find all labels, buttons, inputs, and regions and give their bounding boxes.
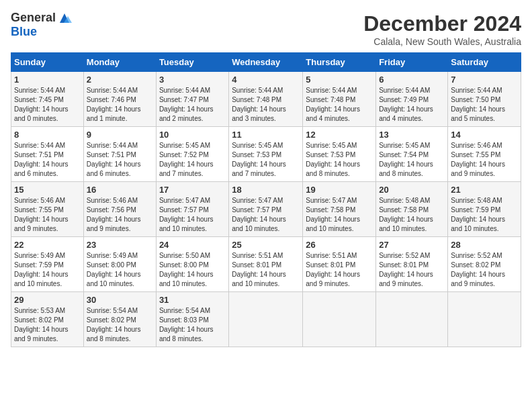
day-number: 2 (87, 75, 153, 85)
col-header-sunday: Sunday (11, 53, 84, 72)
day-info: Sunrise: 5:45 AMSunset: 7:53 PMDaylight:… (232, 142, 286, 177)
day-info: Sunrise: 5:48 AMSunset: 7:58 PMDaylight:… (379, 197, 433, 232)
day-number: 23 (87, 240, 153, 250)
day-number: 9 (87, 130, 153, 140)
day-number: 28 (451, 240, 518, 250)
day-info: Sunrise: 5:47 AMSunset: 7:57 PMDaylight:… (159, 197, 214, 232)
table-row: 14Sunrise: 5:46 AMSunset: 7:55 PMDayligh… (448, 127, 521, 182)
table-row (303, 292, 376, 347)
day-number: 22 (14, 240, 81, 250)
table-row: 22Sunrise: 5:49 AMSunset: 7:59 PMDayligh… (11, 237, 84, 292)
col-header-friday: Friday (376, 53, 448, 72)
day-number: 15 (14, 185, 81, 195)
table-row: 4Sunrise: 5:44 AMSunset: 7:48 PMDaylight… (229, 72, 303, 127)
day-info: Sunrise: 5:46 AMSunset: 7:55 PMDaylight:… (14, 197, 69, 232)
day-info: Sunrise: 5:44 AMSunset: 7:51 PMDaylight:… (87, 142, 141, 177)
table-row: 3Sunrise: 5:44 AMSunset: 7:47 PMDaylight… (156, 72, 228, 127)
table-row: 28Sunrise: 5:52 AMSunset: 8:02 PMDayligh… (448, 237, 521, 292)
day-info: Sunrise: 5:44 AMSunset: 7:45 PMDaylight:… (14, 87, 69, 122)
table-row: 11Sunrise: 5:45 AMSunset: 7:53 PMDayligh… (229, 127, 303, 182)
day-number: 26 (306, 240, 373, 250)
day-info: Sunrise: 5:45 AMSunset: 7:53 PMDaylight:… (306, 142, 360, 177)
day-info: Sunrise: 5:47 AMSunset: 7:58 PMDaylight:… (306, 197, 360, 232)
day-number: 7 (451, 75, 518, 85)
table-row: 27Sunrise: 5:52 AMSunset: 8:01 PMDayligh… (376, 237, 448, 292)
table-row: 15Sunrise: 5:46 AMSunset: 7:55 PMDayligh… (11, 182, 84, 237)
table-row: 10Sunrise: 5:45 AMSunset: 7:52 PMDayligh… (156, 127, 228, 182)
day-info: Sunrise: 5:45 AMSunset: 7:52 PMDaylight:… (159, 142, 214, 177)
calendar-table: SundayMondayTuesdayWednesdayThursdayFrid… (11, 52, 521, 347)
day-number: 8 (14, 130, 81, 140)
day-info: Sunrise: 5:53 AMSunset: 8:02 PMDaylight:… (14, 307, 69, 342)
main-title: December 2024 (363, 11, 521, 36)
day-info: Sunrise: 5:52 AMSunset: 8:02 PMDaylight:… (451, 252, 505, 287)
table-row: 29Sunrise: 5:53 AMSunset: 8:02 PMDayligh… (11, 292, 84, 347)
col-header-thursday: Thursday (303, 53, 376, 72)
table-row (376, 292, 448, 347)
table-row: 30Sunrise: 5:54 AMSunset: 8:02 PMDayligh… (83, 292, 156, 347)
day-info: Sunrise: 5:49 AMSunset: 7:59 PMDaylight:… (14, 252, 69, 287)
table-row: 23Sunrise: 5:49 AMSunset: 8:00 PMDayligh… (83, 237, 156, 292)
day-info: Sunrise: 5:52 AMSunset: 8:01 PMDaylight:… (379, 252, 433, 287)
day-number: 20 (379, 185, 445, 195)
table-row: 24Sunrise: 5:50 AMSunset: 8:00 PMDayligh… (156, 237, 228, 292)
logo-blue: Blue (11, 26, 72, 39)
day-number: 21 (451, 185, 518, 195)
table-row: 7Sunrise: 5:44 AMSunset: 7:50 PMDaylight… (448, 72, 521, 127)
table-row: 21Sunrise: 5:48 AMSunset: 7:59 PMDayligh… (448, 182, 521, 237)
day-info: Sunrise: 5:44 AMSunset: 7:47 PMDaylight:… (159, 87, 214, 122)
day-info: Sunrise: 5:46 AMSunset: 7:55 PMDaylight:… (451, 142, 505, 177)
day-number: 30 (87, 295, 153, 305)
day-number: 1 (14, 75, 81, 85)
day-number: 29 (14, 295, 81, 305)
day-number: 3 (159, 75, 226, 85)
table-row: 5Sunrise: 5:44 AMSunset: 7:48 PMDaylight… (303, 72, 376, 127)
table-row (448, 292, 521, 347)
day-number: 31 (159, 295, 226, 305)
day-info: Sunrise: 5:47 AMSunset: 7:57 PMDaylight:… (232, 197, 286, 232)
day-number: 25 (232, 240, 300, 250)
table-row: 25Sunrise: 5:51 AMSunset: 8:01 PMDayligh… (229, 237, 303, 292)
day-number: 14 (451, 130, 518, 140)
logo-general: General (11, 11, 56, 25)
col-header-saturday: Saturday (448, 53, 521, 72)
day-info: Sunrise: 5:54 AMSunset: 8:02 PMDaylight:… (87, 307, 141, 342)
day-number: 5 (306, 75, 373, 85)
day-number: 16 (87, 185, 153, 195)
table-row: 6Sunrise: 5:44 AMSunset: 7:49 PMDaylight… (376, 72, 448, 127)
day-info: Sunrise: 5:48 AMSunset: 7:59 PMDaylight:… (451, 197, 505, 232)
col-header-tuesday: Tuesday (156, 53, 228, 72)
table-row: 9Sunrise: 5:44 AMSunset: 7:51 PMDaylight… (83, 127, 156, 182)
table-row: 1Sunrise: 5:44 AMSunset: 7:45 PMDaylight… (11, 72, 84, 127)
day-info: Sunrise: 5:44 AMSunset: 7:48 PMDaylight:… (306, 87, 360, 122)
logo-icon (57, 11, 72, 26)
day-number: 11 (232, 130, 300, 140)
day-info: Sunrise: 5:54 AMSunset: 8:03 PMDaylight:… (159, 307, 214, 342)
table-row: 19Sunrise: 5:47 AMSunset: 7:58 PMDayligh… (303, 182, 376, 237)
table-row: 17Sunrise: 5:47 AMSunset: 7:57 PMDayligh… (156, 182, 228, 237)
logo: General Blue (11, 11, 72, 39)
col-header-monday: Monday (83, 53, 156, 72)
table-row (229, 292, 303, 347)
day-number: 12 (306, 130, 373, 140)
day-number: 6 (379, 75, 445, 85)
day-info: Sunrise: 5:45 AMSunset: 7:54 PMDaylight:… (379, 142, 433, 177)
table-row: 16Sunrise: 5:46 AMSunset: 7:56 PMDayligh… (83, 182, 156, 237)
table-row: 20Sunrise: 5:48 AMSunset: 7:58 PMDayligh… (376, 182, 448, 237)
page-header: General Blue December 2024 Calala, New S… (11, 11, 521, 47)
subtitle: Calala, New South Wales, Australia (363, 36, 521, 47)
table-row: 2Sunrise: 5:44 AMSunset: 7:46 PMDaylight… (83, 72, 156, 127)
day-number: 27 (379, 240, 445, 250)
day-info: Sunrise: 5:44 AMSunset: 7:50 PMDaylight:… (451, 87, 505, 122)
day-info: Sunrise: 5:49 AMSunset: 8:00 PMDaylight:… (87, 252, 141, 287)
table-row: 31Sunrise: 5:54 AMSunset: 8:03 PMDayligh… (156, 292, 228, 347)
table-row: 13Sunrise: 5:45 AMSunset: 7:54 PMDayligh… (376, 127, 448, 182)
table-row: 8Sunrise: 5:44 AMSunset: 7:51 PMDaylight… (11, 127, 84, 182)
day-info: Sunrise: 5:51 AMSunset: 8:01 PMDaylight:… (306, 252, 360, 287)
day-number: 17 (159, 185, 226, 195)
day-info: Sunrise: 5:44 AMSunset: 7:46 PMDaylight:… (87, 87, 141, 122)
day-number: 4 (232, 75, 300, 85)
day-info: Sunrise: 5:44 AMSunset: 7:49 PMDaylight:… (379, 87, 433, 122)
title-block: December 2024 Calala, New South Wales, A… (363, 11, 521, 47)
day-number: 10 (159, 130, 226, 140)
